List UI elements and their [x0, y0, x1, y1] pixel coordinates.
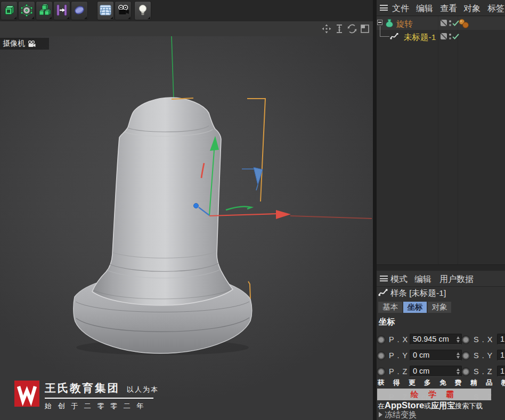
menu-mode[interactable]: 模式 — [390, 274, 408, 285]
sky-grid-icon[interactable] — [97, 1, 114, 20]
record-dot-icon[interactable] — [462, 352, 469, 359]
menu-tags[interactable]: 标签 — [487, 3, 504, 14]
coord-row-z: P . Z 0 cm S . Z 1 — [377, 366, 505, 378]
tab-coordinates[interactable]: 坐标 — [403, 302, 427, 313]
appstore-text: AppStore — [385, 400, 424, 410]
enable-toggle-icon[interactable] — [441, 33, 447, 39]
attribute-object-title: 样条 [未标题-1] — [377, 286, 505, 301]
tab-object[interactable]: 对象 — [428, 302, 451, 313]
record-dot-icon[interactable] — [378, 336, 385, 343]
rotate-band-handle[interactable] — [226, 207, 251, 210]
editor-visibility-dot[interactable] — [449, 20, 451, 22]
enable-toggle-icon[interactable] — [441, 20, 447, 26]
camera-icon[interactable] — [115, 1, 132, 20]
company-name: 王氏教育集团 — [45, 381, 120, 395]
coord-label: P . X — [389, 335, 408, 344]
open-cube-icon[interactable] — [1, 1, 18, 20]
cinema4d-window: 摄像机 王氏教育集团 以人为本 始 创 于 二 零 零 二 — [0, 0, 505, 420]
promo-headline: 获 得 更 多 免 费 精 品 教 程 — [378, 378, 505, 387]
yingyongbao-text: 应用宝 — [431, 401, 455, 410]
coord-row-y: P . Y 0 cm S . Y 1 — [377, 350, 505, 362]
scale-input[interactable]: 1 — [497, 366, 505, 377]
viewport-3d[interactable]: 摄像机 王氏教育集团 以人为本 始 创 于 二 零 零 二 — [0, 36, 373, 420]
watermark: 王氏教育集团 以人为本 始 创 于 二 零 零 二 年 — [14, 381, 159, 411]
attributes-menubar: 模式 编辑 用户数据 — [377, 271, 505, 287]
phong-tag-icon[interactable] — [458, 19, 470, 28]
spline-icon — [378, 288, 388, 297]
coord-input[interactable]: 0 cm — [410, 350, 462, 361]
section-title: 坐标 — [379, 317, 395, 328]
menu-edit[interactable]: 编辑 — [416, 3, 433, 14]
panel-separator[interactable] — [373, 0, 377, 420]
object-name[interactable]: 未标题-1 — [404, 32, 436, 43]
record-dot-icon[interactable] — [378, 352, 385, 359]
object-manager[interactable]: 旋转 未标题-1 — [377, 16, 505, 264]
point-cage-sphere-icon[interactable] — [18, 1, 35, 20]
dolly-icon[interactable] — [335, 24, 344, 34]
coord-input[interactable]: 0 cm — [410, 366, 462, 377]
promo-brand-banner[interactable]: 绘 学 霸 — [377, 389, 491, 400]
menu-file[interactable]: 文件 — [392, 3, 409, 14]
object-row-spline[interactable]: 未标题-1 — [377, 30, 505, 43]
coord-row-x: P . X 50.945 cm S . X 1 — [377, 334, 505, 346]
company-logo — [14, 381, 39, 407]
hamburger-icon[interactable] — [380, 5, 388, 11]
scene-canvas — [0, 36, 373, 420]
editor-visibility-dot[interactable] — [449, 34, 451, 36]
object-manager-menubar: 文件 编辑 查看 对象 标签 — [377, 0, 505, 16]
connect-bars-icon[interactable] — [53, 1, 70, 20]
spline-object-icon — [390, 32, 398, 41]
scale-input[interactable]: 1 — [497, 334, 505, 345]
coord-label: P . Y — [389, 351, 408, 360]
object-row-lathe[interactable]: 旋转 — [377, 17, 505, 30]
company-slogan: 以人为本 — [127, 385, 159, 394]
company-founded: 始 创 于 二 零 零 二 年 — [45, 401, 159, 411]
light-icon[interactable] — [134, 1, 151, 20]
hamburger-icon[interactable] — [380, 276, 388, 281]
render-visibility-dot[interactable] — [449, 24, 451, 26]
watermark-divider — [45, 398, 153, 399]
menu-edit[interactable]: 编辑 — [414, 274, 431, 285]
coord-label: P . Z — [389, 367, 408, 376]
scale-label: S . X — [474, 335, 493, 344]
pan-icon[interactable] — [322, 24, 331, 34]
right-panel: 文件 编辑 查看 对象 标签 旋转 — [377, 0, 505, 420]
camera-view-label[interactable]: 摄像机 — [0, 38, 49, 50]
viewport-nav-controls — [322, 24, 370, 34]
check-icon[interactable] — [452, 34, 459, 40]
viewport-header — [0, 21, 373, 37]
camera-label-text: 摄像机 — [3, 39, 25, 49]
metaball-icon[interactable] — [71, 1, 88, 20]
cube-array-icon[interactable] — [36, 1, 53, 20]
orbit-icon[interactable] — [347, 24, 357, 34]
spinner-icon[interactable] — [457, 352, 460, 359]
object-title-text: 样条 [未标题-1] — [390, 288, 446, 299]
collapse-arrow-icon — [379, 412, 382, 417]
object-name[interactable]: 旋转 — [396, 19, 413, 30]
axis-x-handle[interactable] — [209, 210, 372, 219]
plane-handle[interactable] — [242, 167, 263, 190]
promo-download-line: 在AppStore或应用宝搜索下载 — [378, 400, 505, 411]
scale-label: S . Y — [474, 351, 493, 360]
axis-line-y-world — [172, 36, 174, 99]
model-body[interactable] — [92, 98, 233, 305]
record-dot-icon[interactable] — [462, 336, 469, 343]
tab-basic[interactable]: 基本 — [378, 302, 402, 313]
menu-object[interactable]: 对象 — [463, 3, 480, 14]
menu-view[interactable]: 查看 — [440, 3, 457, 14]
expand-toggle-icon[interactable] — [377, 20, 382, 25]
record-dot-icon[interactable] — [378, 368, 385, 375]
render-visibility-dot[interactable] — [449, 37, 451, 39]
spinner-icon[interactable] — [457, 336, 460, 343]
freeze-transform-section[interactable]: 冻结变换 — [379, 410, 417, 420]
scale-label: S . Z — [474, 367, 493, 376]
record-dot-icon[interactable] — [462, 368, 469, 375]
maximize-icon[interactable] — [360, 24, 370, 34]
menu-userdata[interactable]: 用户数据 — [439, 274, 474, 285]
main-toolbar — [0, 0, 373, 21]
spinner-icon[interactable] — [457, 368, 460, 375]
small-camera-icon — [27, 41, 36, 47]
coord-input[interactable]: 50.945 cm — [410, 334, 462, 345]
scale-input[interactable]: 1 — [497, 350, 505, 361]
lathe-object-icon — [385, 19, 394, 28]
